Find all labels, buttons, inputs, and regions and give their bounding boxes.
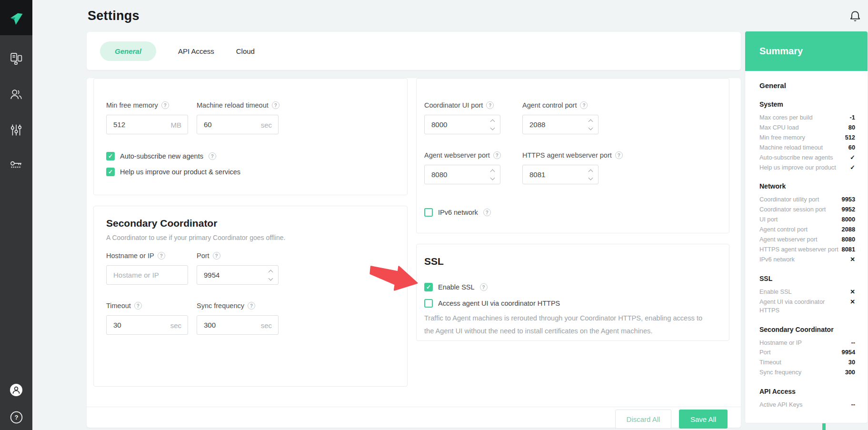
help-circle-icon[interactable]: ? [483, 209, 491, 216]
discard-all-button[interactable]: Discard All [615, 410, 671, 429]
summary-row: Agent webserver port8080 [759, 235, 855, 244]
summary-row: Help us improve our product✓ [759, 163, 855, 172]
sync-frequency-field: Sync frequency ? sec [197, 302, 279, 335]
summary-body: General System Max cores per build-1 Max… [745, 71, 868, 409]
summary-group-ssl: SSL [759, 275, 855, 282]
footer-divider [87, 407, 741, 407]
agent-webserver-port-input[interactable] [425, 165, 500, 184]
enable-ssl-label: Enable SSL [438, 283, 475, 291]
https-agent-webserver-port-input[interactable] [523, 165, 598, 184]
summary-row: Agent control port2088 [759, 225, 855, 234]
sidebar-item-users[interactable] [9, 87, 23, 101]
help-circle-icon[interactable]: ? [134, 302, 142, 310]
timeout-label: Timeout [106, 302, 131, 310]
coordinator-ui-port-input[interactable] [425, 115, 500, 134]
enable-ssl-row: ✓ Enable SSL ? [424, 283, 721, 291]
stepper-down-icon[interactable] [589, 125, 593, 130]
secondary-coordinator-description: A Coordinator to use if your primary Coo… [106, 234, 395, 241]
stepper-down-icon[interactable] [490, 125, 495, 130]
stepper-up-icon[interactable] [589, 169, 593, 174]
coordinator-ui-port-field: Coordinator UI port ? [424, 101, 500, 134]
hostname-field: Hostname or IP ? [106, 252, 188, 285]
help-circle-icon[interactable]: ? [272, 101, 279, 109]
cross-icon: ✕ [850, 255, 855, 264]
sidebar-item-settings[interactable] [9, 123, 23, 137]
summary-group-secondary-coordinator: Secondary Coordinator [759, 326, 855, 333]
secondary-coordinator-card: Secondary Coordinator A Coordinator to u… [93, 206, 408, 387]
ipv6-network-label: IPv6 network [438, 209, 478, 216]
sliders-icon [10, 124, 22, 136]
user-avatar[interactable] [9, 383, 23, 397]
notifications-button[interactable] [848, 10, 863, 26]
avatar-icon [10, 383, 23, 397]
summary-row: IPv6 network✕ [759, 255, 855, 264]
check-icon: ✓ [850, 163, 855, 172]
svg-text:?: ? [14, 414, 18, 421]
network-ports-card: Coordinator UI port ? Agent control port… [416, 78, 729, 233]
https-agent-webserver-port-label: HTTPS agent webserver port [522, 151, 612, 159]
stepper-up-icon[interactable] [490, 169, 495, 174]
machine-reload-timeout-label: Machine reload timeout [197, 101, 269, 109]
settings-content: Min free memory ? MB Machine reload time… [87, 78, 741, 428]
summary-group-api-access: API Access [759, 388, 855, 395]
save-all-button[interactable]: Save All [679, 410, 728, 429]
agent-control-port-input[interactable] [523, 115, 598, 134]
ssl-card: SSL ✓ Enable SSL ? Access agent UI via c… [416, 244, 729, 341]
summary-row: Port9954 [759, 348, 855, 357]
help-circle-icon[interactable]: ? [209, 152, 216, 160]
ipv6-network-row: IPv6 network ? [424, 208, 729, 217]
key-icon [10, 160, 22, 172]
https-agent-webserver-port-field: HTTPS agent webserver port ? [522, 151, 599, 184]
min-free-memory-field: Min free memory ? MB [106, 101, 188, 134]
ipv6-network-checkbox[interactable] [424, 208, 433, 217]
tab-api-access[interactable]: API Access [178, 47, 214, 55]
secondary-port-field: Port ? [197, 252, 279, 285]
stepper-up-icon[interactable] [589, 119, 593, 124]
help-circle-icon[interactable]: ? [158, 252, 165, 260]
hostname-input[interactable] [107, 266, 188, 284]
sidebar-item-api-keys[interactable] [9, 159, 23, 173]
help-circle-icon[interactable]: ? [161, 101, 169, 109]
help-circle-icon[interactable]: ? [493, 151, 501, 159]
system-settings-card: Min free memory ? MB Machine reload time… [93, 78, 408, 195]
help-circle-icon[interactable]: ? [213, 252, 220, 260]
sidebar: ? [0, 0, 32, 430]
access-agent-ui-label: Access agent UI via coordinator HTTPS [438, 300, 560, 307]
stepper-down-icon[interactable] [490, 175, 495, 180]
sidebar-item-machines[interactable] [9, 51, 23, 66]
stepper-down-icon[interactable] [269, 276, 273, 280]
machine-reload-timeout-field: Machine reload timeout ? sec [197, 101, 279, 134]
auto-subscribe-label: Auto-subscribe new agents [120, 152, 203, 160]
app-logo[interactable] [0, 0, 32, 35]
summary-row: HTTPS agent webserver port8081 [759, 245, 855, 254]
improve-product-checkbox[interactable]: ✓ [106, 168, 115, 176]
ssl-description: Traffic to Agent machines is rerouted th… [424, 312, 714, 338]
summary-row: UI port8000 [759, 215, 855, 224]
summary-header: Summary [745, 31, 868, 71]
stepper-up-icon[interactable] [490, 119, 495, 124]
help-circle-icon[interactable]: ? [615, 151, 623, 159]
enable-ssl-checkbox[interactable]: ✓ [424, 283, 433, 291]
auto-subscribe-checkbox[interactable]: ✓ [106, 152, 115, 160]
tab-general[interactable]: General [100, 41, 156, 61]
summary-row: Sync frequency300 [759, 368, 855, 377]
summary-row: Agent UI via coordinator HTTPS✕ [759, 298, 855, 315]
stepper-down-icon[interactable] [589, 175, 593, 180]
auto-subscribe-row: ✓ Auto-subscribe new agents ? [106, 152, 407, 160]
secondary-port-input[interactable] [197, 266, 278, 284]
stepper-up-icon[interactable] [269, 270, 273, 274]
summary-group-network: Network [759, 182, 855, 190]
agent-control-port-field: Agent control port ? [522, 101, 599, 134]
help-circle-icon[interactable]: ? [248, 302, 255, 310]
help-circle-icon[interactable]: ? [480, 283, 488, 291]
tab-cloud[interactable]: Cloud [236, 47, 255, 55]
help-circle-icon[interactable]: ? [580, 101, 588, 109]
users-icon [10, 88, 22, 100]
help-circle-icon[interactable]: ? [486, 101, 494, 109]
footer-actions: Discard All Save All [615, 410, 728, 429]
summary-title: Summary [759, 46, 803, 57]
summary-row: Coordinator utility port9953 [759, 195, 855, 204]
access-agent-ui-checkbox[interactable] [424, 299, 433, 308]
help-button[interactable]: ? [9, 410, 23, 424]
min-free-memory-label: Min free memory [106, 101, 158, 109]
